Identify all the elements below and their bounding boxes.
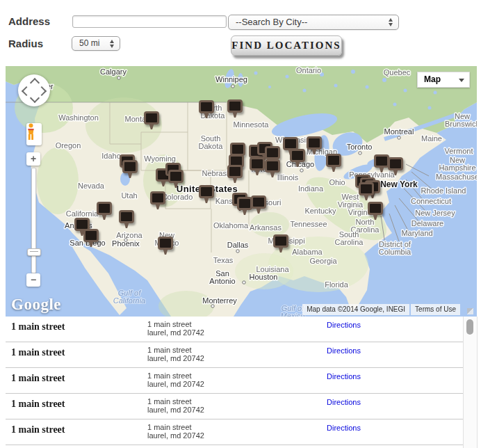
city-select-value: --Search By City-- bbox=[229, 15, 398, 29]
location-marker[interactable] bbox=[158, 237, 173, 250]
directions-link[interactable]: Directions bbox=[327, 321, 361, 329]
location-marker[interactable] bbox=[368, 202, 383, 215]
map-markers-layer bbox=[6, 66, 477, 317]
location-name: 1 main street bbox=[11, 399, 65, 410]
location-marker[interactable] bbox=[250, 157, 265, 170]
location-marker[interactable] bbox=[265, 146, 280, 159]
location-row: 1 main street1 main streetlaurel, md 207… bbox=[6, 342, 463, 368]
location-marker[interactable] bbox=[326, 154, 341, 167]
map-canvas[interactable]: CalgaryWinnipegouverWashingtonMontanaNor… bbox=[6, 66, 477, 317]
address-label: Address bbox=[8, 15, 50, 27]
location-row: 1 main street1 main streetlaurel, md 207… bbox=[6, 368, 463, 394]
location-name: 1 main street bbox=[11, 347, 65, 358]
select-stepper-icon bbox=[110, 40, 115, 48]
location-name: 1 main street bbox=[11, 321, 65, 333]
location-marker[interactable] bbox=[119, 210, 134, 223]
directions-link[interactable]: Directions bbox=[327, 346, 361, 355]
location-marker[interactable] bbox=[265, 159, 280, 173]
location-address: 1 main streetlaurel, md 20742 bbox=[147, 320, 204, 337]
location-marker[interactable] bbox=[227, 165, 243, 178]
pan-right-icon[interactable] bbox=[37, 86, 47, 96]
radius-select[interactable]: 50 mi bbox=[72, 36, 120, 51]
location-marker[interactable] bbox=[251, 195, 266, 209]
street-view-pegman[interactable] bbox=[26, 123, 42, 145]
location-address: 1 main streetlaurel, md 20742 bbox=[147, 397, 204, 414]
list-scrollbar[interactable] bbox=[463, 317, 478, 448]
location-address: 1 main streetlaurel, md 20742 bbox=[147, 371, 204, 388]
google-logo: Google bbox=[11, 296, 61, 314]
location-name: 1 main street bbox=[11, 373, 65, 384]
chevron-down-icon bbox=[459, 79, 464, 82]
terms-of-use-link[interactable]: Terms of Use bbox=[411, 304, 460, 315]
pan-up-icon[interactable] bbox=[30, 78, 40, 88]
location-row: 1 main street1 main streetlaurel, md 207… bbox=[6, 445, 463, 448]
pan-control[interactable] bbox=[18, 74, 50, 106]
location-marker[interactable] bbox=[199, 185, 214, 198]
location-marker[interactable] bbox=[97, 202, 112, 215]
zoom-slider-track[interactable] bbox=[31, 168, 36, 273]
pan-left-icon[interactable] bbox=[22, 86, 31, 96]
zoom-out-button[interactable]: − bbox=[26, 273, 40, 287]
location-name: 1 main street bbox=[11, 424, 65, 435]
location-row: 1 main street1 main streetlaurel, md 207… bbox=[6, 317, 463, 342]
city-select[interactable]: --Search By City-- bbox=[228, 15, 399, 30]
location-marker[interactable] bbox=[273, 234, 288, 248]
address-input[interactable] bbox=[72, 15, 227, 28]
location-marker[interactable] bbox=[290, 149, 305, 162]
location-marker[interactable] bbox=[388, 157, 403, 170]
location-marker[interactable] bbox=[122, 160, 138, 173]
location-marker[interactable] bbox=[237, 197, 252, 210]
radius-label: Radius bbox=[8, 38, 43, 49]
location-marker[interactable] bbox=[144, 111, 159, 125]
map-attribution: Map data ©2014 Google, INEGI bbox=[302, 304, 409, 315]
location-address: 1 main streetlaurel, md 20742 bbox=[147, 423, 204, 440]
location-marker[interactable] bbox=[307, 136, 322, 150]
location-row: 1 main street1 main streetlaurel, md 207… bbox=[6, 394, 463, 419]
location-marker[interactable] bbox=[83, 229, 99, 242]
map-corner-icon bbox=[467, 308, 473, 314]
select-stepper-icon bbox=[389, 18, 393, 26]
location-marker[interactable] bbox=[199, 100, 214, 113]
location-marker[interactable] bbox=[150, 191, 165, 205]
location-row: 1 main street1 main streetlaurel, md 207… bbox=[6, 419, 463, 445]
list-scrollbar-thumb[interactable] bbox=[466, 319, 473, 335]
pan-down-icon[interactable] bbox=[30, 93, 40, 103]
locations-list: 1 main street1 main streetlaurel, md 207… bbox=[6, 317, 463, 448]
zoom-slider-handle[interactable] bbox=[27, 248, 41, 256]
map-type-control[interactable]: Map bbox=[417, 72, 470, 88]
zoom-in-button[interactable]: + bbox=[26, 152, 40, 166]
location-marker[interactable] bbox=[168, 170, 184, 183]
directions-link[interactable]: Directions bbox=[327, 424, 361, 432]
location-marker[interactable] bbox=[374, 154, 389, 168]
location-address: 1 main streetlaurel, md 20742 bbox=[147, 346, 204, 362]
directions-link[interactable]: Directions bbox=[327, 398, 361, 406]
location-marker[interactable] bbox=[227, 99, 243, 113]
pegman-icon bbox=[26, 123, 35, 141]
directions-link[interactable]: Directions bbox=[327, 372, 361, 381]
location-marker[interactable] bbox=[359, 182, 374, 195]
find-locations-button[interactable]: FIND LOCATIONS bbox=[231, 35, 342, 56]
